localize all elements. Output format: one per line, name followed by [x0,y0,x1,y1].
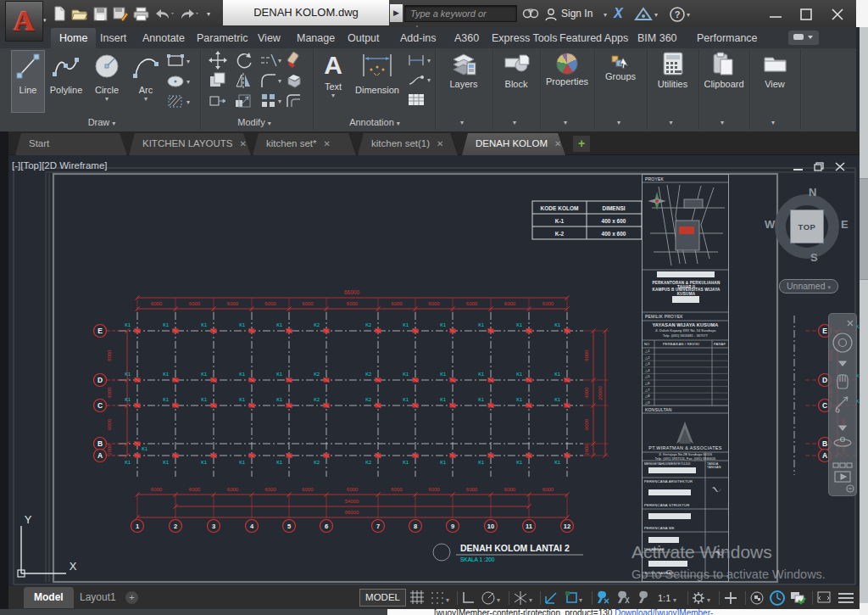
search-input[interactable]: Type a keyword or phrase [404,5,517,22]
exchange-apps-icon[interactable]: X [614,6,623,21]
file-tab-kitchen-set-1-[interactable]: kitchen set(1)✕ [358,133,458,155]
a360-icon[interactable] [634,7,653,25]
linear-dimension-tool[interactable]: ▾ [407,53,431,68]
file-tab-kitchen-set-[interactable]: kitchen set*✕ [253,133,356,155]
arc-dropdown-icon[interactable]: ▾ [128,95,164,103]
minimize-button[interactable] [763,5,788,27]
model-space-button[interactable]: MODEL [359,589,406,607]
close-button[interactable] [824,5,851,27]
properties-panel-arrow-icon[interactable]: ▾ [564,119,567,126]
maximize-button[interactable] [793,5,819,27]
search-icon[interactable] [522,7,539,24]
file-tab-start[interactable]: Start [15,133,127,155]
annotation-scale-value[interactable]: 1:1▾ [656,589,685,607]
model-tab[interactable]: Model [24,587,74,608]
object-snap-tracking-icon[interactable] [543,589,564,607]
viewcube-top-face[interactable]: TOP [790,210,824,243]
ribbon-minimize-button[interactable] [788,31,819,45]
draw-panel-label[interactable]: Draw ▾ [51,115,153,129]
ribbon-tab-performance[interactable]: Performance [688,28,766,48]
file-tab-denah-kolom[interactable]: DENAH KOLOM✕ [462,133,565,155]
layers-panel-arrow-icon[interactable]: ▾ [460,119,464,126]
viewcube-south[interactable]: S [810,251,818,264]
circle-dropdown-icon[interactable]: ▾ [87,95,126,103]
ribbon-tab-annotate[interactable]: Annotate [134,28,193,48]
clipboard-panel-button[interactable]: Clipboard [699,51,748,89]
grid-display-icon[interactable] [409,589,429,607]
save-icon[interactable] [90,5,110,22]
groups-panel-button[interactable]: Groups [595,51,646,81]
help-arrow-icon[interactable]: ▾ [687,11,690,19]
view-panel-button[interactable]: View [750,51,799,89]
new-icon[interactable] [49,5,70,22]
background-scrollbar-thumb[interactable] [860,178,868,280]
annotation-panel-label[interactable]: Annotation ▾ [322,115,427,129]
utilities-panel-arrow-icon[interactable]: ▾ [670,119,673,126]
fullscreen-icon[interactable] [815,589,836,607]
viewcube-west[interactable]: W [765,218,775,231]
autoscale-annotation-icon[interactable] [615,589,636,607]
block-panel-button[interactable]: Block [493,51,539,89]
viewcube-east[interactable]: E [841,218,849,231]
trim-tool[interactable]: ▾ [259,51,281,70]
drawing-minimize-icon[interactable] [793,162,804,173]
sign-in-button[interactable]: Sign In [561,8,593,20]
ribbon-tab-add-ins[interactable]: Add-ins [392,28,444,48]
ellipse-tool[interactable]: ▾ [166,73,190,90]
ribbon-tab-featured-apps[interactable]: Featured Apps [551,28,637,48]
viewport-controls[interactable]: [-][Top][2D Wireframe] [12,160,107,171]
view-panel-arrow-icon[interactable]: ▾ [771,119,775,126]
polyline-button[interactable]: Polyline [47,51,86,95]
text-button[interactable]: A Text ▾ [318,51,348,99]
app-menu-arrow-icon[interactable]: ▾ [43,17,47,24]
navigation-bar[interactable] [828,313,857,496]
properties-panel-button[interactable]: Properties [541,51,593,87]
groups-panel-arrow-icon[interactable]: ▾ [617,119,620,126]
drawing-restore-icon[interactable] [814,162,825,173]
drawing-close-icon[interactable] [835,162,845,173]
ribbon-tab-a360[interactable]: A360 [446,28,487,48]
block-panel-arrow-icon[interactable]: ▾ [513,119,516,126]
text-dropdown-icon[interactable]: ▾ [318,92,348,99]
clipboard-panel-arrow-icon[interactable]: ▾ [721,119,724,126]
file-tab-kitchen-layouts[interactable]: KITCHEN LAYOUTS✕ [129,133,251,155]
ribbon-tab-home[interactable]: Home [51,28,96,48]
layout1-tab[interactable]: Layout1 [70,587,126,608]
background-scrollbar[interactable] [860,27,868,603]
ribbon-tab-bim-360[interactable]: BIM 360 [629,28,686,48]
drawing-canvas[interactable]: KODE KOLOMDIMENSIK-1400 x 600K-2400 x 60… [8,155,860,586]
ribbon-tab-view[interactable]: View [249,28,289,48]
modify-panel-label[interactable]: Modify ▾ [203,115,305,129]
circle-button[interactable]: Circle ▾ [87,51,126,103]
customization-menu-icon[interactable] [836,589,861,607]
annotation-monitor-icon[interactable] [722,589,743,607]
leader-tool[interactable]: ▾ [407,72,431,87]
layers-panel-button[interactable]: Layers [436,51,492,89]
save-as-icon[interactable] [110,5,131,22]
view-name-pill[interactable]: Unnamed ▾ [779,279,838,294]
undo-icon[interactable] [151,5,176,22]
ribbon-tab-insert[interactable]: Insert [92,28,135,48]
copy-tool[interactable] [209,71,227,90]
offset-tool[interactable] [285,92,303,110]
help-icon[interactable]: ? [670,7,685,25]
object-snap-icon[interactable]: ▾ [564,589,589,607]
dimension-button[interactable]: Dimension [352,51,403,95]
qat-customize-icon[interactable]: ▾ [202,5,215,22]
isometric-drafting-icon[interactable]: ▾ [512,589,537,607]
annotation-visibility-icon[interactable] [595,589,615,607]
a360-arrow-icon[interactable]: ▾ [654,11,658,19]
fillet-tool[interactable]: ▾ [259,71,281,90]
open-icon[interactable] [70,5,90,22]
redo-icon[interactable] [176,5,202,22]
mirror-tool[interactable] [234,71,253,90]
new-tab-button[interactable]: + [573,136,590,152]
stretch-tool[interactable] [209,92,227,110]
utilities-panel-button[interactable]: Utilities [648,51,698,89]
polar-tracking-icon[interactable]: ▾ [481,589,506,607]
workspace-gear-icon[interactable]: ▾ [691,589,716,607]
annotation-scale-people-icon[interactable] [636,589,656,607]
arc-button[interactable]: Arc ▾ [128,51,164,103]
hardware-acceleration-icon[interactable] [789,589,810,607]
rotate-tool[interactable] [234,51,253,70]
